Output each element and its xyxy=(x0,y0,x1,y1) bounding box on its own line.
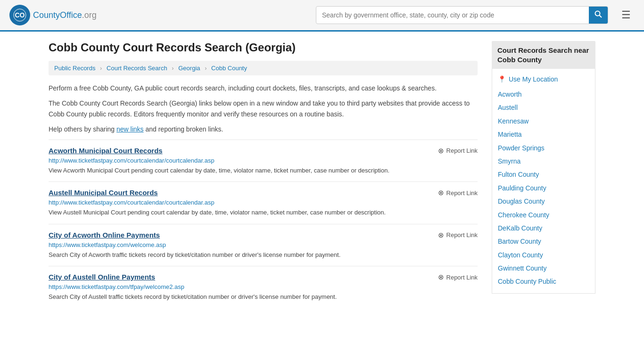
logo-text: CountyOffice.org xyxy=(33,10,97,20)
sidebar-cobb-public: Cobb County Public xyxy=(498,275,589,288)
breadcrumb-court-records-search[interactable]: Court Records Search xyxy=(107,65,167,72)
record-url-1: http://www.ticketfastpay.com/courtcalend… xyxy=(49,199,478,206)
record-desc-3: Search City of Austell traffic tickets r… xyxy=(49,292,478,302)
sidebar-cities: AcworthAustellKennesawMariettaPowder Spr… xyxy=(498,88,589,168)
record-entry-2: City of Acworth Online Payments ⊗ Report… xyxy=(49,224,478,266)
sidebar-city-austell[interactable]: Austell xyxy=(498,101,589,114)
use-my-location-link[interactable]: 📍 Use My Location xyxy=(498,74,589,85)
record-title-0[interactable]: Acworth Municipal Court Records xyxy=(49,147,163,155)
sidebar-county-bartow-county[interactable]: Bartow County xyxy=(498,235,589,248)
svg-point-2 xyxy=(595,11,600,16)
breadcrumb-cobb-county[interactable]: Cobb County xyxy=(211,65,247,72)
breadcrumb: Public Records › Court Records Search › … xyxy=(49,61,478,75)
record-entry-0: Acworth Municipal Court Records ⊗ Report… xyxy=(49,140,478,182)
report-icon-0: ⊗ xyxy=(438,147,444,155)
report-link-btn-3[interactable]: ⊗ Report Link xyxy=(438,273,478,281)
report-icon-2: ⊗ xyxy=(438,231,444,239)
report-link-label-1: Report Link xyxy=(446,189,478,197)
menu-button[interactable]: ☰ xyxy=(618,7,635,23)
svg-line-3 xyxy=(600,16,602,18)
breadcrumb-georgia[interactable]: Georgia xyxy=(178,65,200,72)
page-title: Cobb County Court Records Search (Georgi… xyxy=(49,41,478,54)
breadcrumb-public-records[interactable]: Public Records xyxy=(54,65,95,72)
sidebar-county-dekalb-county[interactable]: DeKalb County xyxy=(498,222,589,235)
sidebar-cobb-public-link[interactable]: Cobb County Public xyxy=(498,275,589,288)
report-link-label-0: Report Link xyxy=(446,147,478,154)
search-bar xyxy=(316,6,608,24)
report-icon-3: ⊗ xyxy=(438,273,444,281)
report-link-btn-2[interactable]: ⊗ Report Link xyxy=(438,231,478,239)
sidebar-content: 📍 Use My Location AcworthAustellKennesaw… xyxy=(492,69,595,294)
site-header: CO CountyOffice.org ☰ xyxy=(0,0,644,32)
record-entry-3: City of Austell Online Payments ⊗ Report… xyxy=(49,266,478,308)
svg-text:CO: CO xyxy=(15,11,25,19)
sidebar: Court Records Search near Cobb County 📍 … xyxy=(492,41,595,308)
report-link-label-3: Report Link xyxy=(446,274,478,281)
description-para3: Help others by sharing new links and rep… xyxy=(49,124,478,134)
sidebar-city-acworth[interactable]: Acworth xyxy=(498,88,589,101)
records-container: Acworth Municipal Court Records ⊗ Report… xyxy=(49,140,478,308)
new-links-link[interactable]: new links xyxy=(116,125,144,133)
content-area: Cobb County Court Records Search (Georgi… xyxy=(49,41,478,308)
sidebar-city-marietta[interactable]: Marietta xyxy=(498,128,589,141)
sidebar-city-smyrna[interactable]: Smyrna xyxy=(498,155,589,168)
record-entry-1: Austell Municipal Court Records ⊗ Report… xyxy=(49,181,478,224)
report-link-btn-0[interactable]: ⊗ Report Link xyxy=(438,147,478,155)
record-desc-1: View Austell Municipal Court pending cou… xyxy=(49,208,478,217)
sidebar-county-douglas-county[interactable]: Douglas County xyxy=(498,195,589,208)
record-title-1[interactable]: Austell Municipal Court Records xyxy=(49,189,158,197)
record-url-0: http://www.ticketfastpay.com/courtcalend… xyxy=(49,157,478,164)
search-input[interactable] xyxy=(316,8,589,23)
description-para2: The Cobb County Court Records Search (Ge… xyxy=(49,98,478,119)
main-container: Cobb County Court Records Search (Georgi… xyxy=(39,32,605,318)
location-icon: 📍 xyxy=(498,75,506,83)
logo-link[interactable]: CO CountyOffice.org xyxy=(9,5,97,25)
report-link-btn-1[interactable]: ⊗ Report Link xyxy=(438,189,478,197)
record-desc-2: Search City of Acworth traffic tickets r… xyxy=(49,250,478,260)
report-link-label-2: Report Link xyxy=(446,231,478,239)
sidebar-county-clayton-county[interactable]: Clayton County xyxy=(498,248,589,262)
sidebar-county-gwinnett-county[interactable]: Gwinnett County xyxy=(498,262,589,275)
record-url-3: https://www.ticketfastpay.com/tfpay/welc… xyxy=(49,283,478,290)
sidebar-county-paulding-county[interactable]: Paulding County xyxy=(498,181,589,195)
record-url-2: https://www.ticketfastpay.com/welcome.as… xyxy=(49,241,478,248)
sidebar-city-powder-springs[interactable]: Powder Springs xyxy=(498,141,589,155)
search-button[interactable] xyxy=(589,7,608,24)
sidebar-county-cherokee-county[interactable]: Cherokee County xyxy=(498,208,589,222)
sidebar-city-kennesaw[interactable]: Kennesaw xyxy=(498,115,589,128)
record-desc-0: View Acworth Municipal Court pending cou… xyxy=(49,166,478,175)
sidebar-counties: Fulton CountyPaulding CountyDouglas Coun… xyxy=(498,168,589,275)
record-title-3[interactable]: City of Austell Online Payments xyxy=(49,273,155,281)
description-para1: Perform a free Cobb County, GA public co… xyxy=(49,83,478,93)
sidebar-county-fulton-county[interactable]: Fulton County xyxy=(498,168,589,181)
logo-icon: CO xyxy=(9,5,30,25)
use-my-location-label: Use My Location xyxy=(509,75,558,83)
record-title-2[interactable]: City of Acworth Online Payments xyxy=(49,231,160,239)
report-icon-1: ⊗ xyxy=(438,189,444,197)
sidebar-header: Court Records Search near Cobb County xyxy=(492,41,595,69)
